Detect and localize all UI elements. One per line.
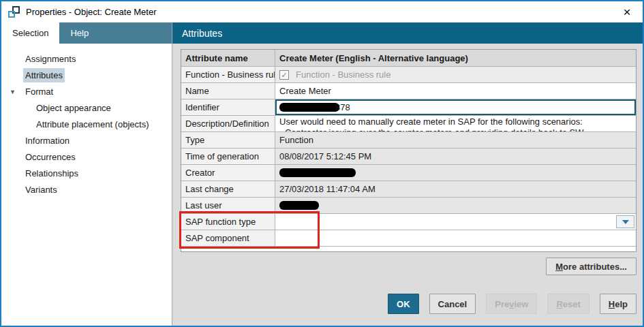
function-business-rule-checkbox[interactable]: ✓ — [279, 70, 289, 80]
attribute-name-sap-function-type: SAP function type — [181, 214, 275, 230]
attribute-name-sap-component: SAP component — [181, 230, 275, 246]
more-attributes-button[interactable]: More attributes... — [546, 258, 637, 275]
attribute-row-description-definition: Description/DefinitionUser would need to… — [181, 116, 636, 132]
properties-dialog: Properties - Object: Create Meter × Sele… — [0, 0, 644, 327]
attribute-value-description-definition[interactable]: User would need to manually create meter… — [275, 116, 636, 131]
attribute-name-type: Type — [181, 132, 275, 148]
dialog-button-bar: OK Cancel Preview Reset Help — [388, 294, 637, 314]
attributes-table: Attribute name Create Meter (English - A… — [181, 49, 637, 252]
attribute-name-identifier: Identifier — [181, 99, 275, 115]
window-title: Properties - Object: Create Meter — [26, 7, 156, 17]
sidebar-item-relationships[interactable]: Relationships — [1, 166, 172, 182]
attribute-value-sap-function-type[interactable] — [275, 214, 636, 230]
attribute-row-identifier: Identifier878 — [181, 99, 636, 116]
attribute-value-last-user — [275, 198, 636, 213]
sidebar-item-format[interactable]: ▼Format — [1, 84, 172, 100]
table-empty-strip — [181, 247, 636, 251]
sidebar-item-attribute-placement-objects[interactable]: Attribute placement (objects) — [1, 116, 172, 133]
sidebar-item-attributes[interactable]: Attributes — [1, 67, 172, 84]
attribute-row-type: TypeFunction — [181, 132, 636, 149]
attribute-value-time-of-generation: 08/08/2017 5:12:45 PM — [275, 149, 636, 164]
preview-button: Preview — [486, 294, 537, 314]
panel-title: Attributes — [182, 28, 222, 39]
attribute-name-description-definition: Description/Definition — [181, 116, 275, 131]
left-panel: SelectionHelp AssignmentsAttributes▼Form… — [1, 22, 172, 326]
attribute-row-last-user: Last user — [181, 198, 636, 214]
attribute-row-last-change: Last change27/03/2018 11:47:04 AM — [181, 181, 636, 198]
attribute-name-creator: Creator — [181, 165, 275, 181]
column-header-attribute-name: Attribute name — [181, 50, 275, 66]
column-header-value: Create Meter (English - Alternative lang… — [275, 50, 636, 66]
attribute-name-last-user: Last user — [181, 198, 275, 213]
redacted-value — [279, 201, 319, 210]
attribute-row-name: NameCreate Meter — [181, 83, 636, 99]
attribute-value-type: Function — [275, 132, 636, 148]
tree-expander-icon[interactable]: ▼ — [10, 84, 16, 100]
attribute-value-creator — [275, 165, 636, 181]
help-button[interactable]: Help — [600, 294, 637, 314]
table-header-row: Attribute name Create Meter (English - A… — [181, 50, 636, 67]
redacted-value — [279, 168, 356, 177]
right-panel: Attributes Attribute name Create Meter (… — [172, 22, 643, 326]
attribute-value-name[interactable]: Create Meter — [275, 83, 636, 99]
ok-button[interactable]: OK — [388, 294, 419, 314]
attribute-row-sap-function-type: SAP function type — [181, 214, 636, 230]
attribute-value-identifier[interactable]: 878 — [275, 99, 636, 115]
attribute-value-function-business-rule[interactable]: ✓Function - Business rule — [275, 67, 636, 82]
reset-button: Reset — [547, 294, 589, 314]
panel-header: Attributes — [172, 22, 643, 44]
sidebar-tree: AssignmentsAttributes▼FormatObject appea… — [1, 44, 172, 326]
attribute-value-last-change: 27/03/2018 11:47:04 AM — [275, 181, 636, 197]
attribute-row-function-business-rule: Function - Business rule✓Function - Busi… — [181, 67, 636, 83]
tab-help[interactable]: Help — [59, 22, 99, 44]
cancel-button[interactable]: Cancel — [429, 294, 476, 314]
attribute-name-last-change: Last change — [181, 181, 275, 197]
attribute-name-time-of-generation: Time of generation — [181, 149, 275, 164]
titlebar: Properties - Object: Create Meter × — [1, 1, 643, 22]
window-icon — [8, 6, 20, 18]
sap-function-type-dropdown-button[interactable] — [616, 215, 634, 228]
attribute-row-creator: Creator — [181, 165, 636, 181]
sidebar-item-occurrences[interactable]: Occurrences — [1, 149, 172, 166]
close-icon[interactable]: × — [618, 5, 636, 18]
tab-selection[interactable]: Selection — [1, 22, 59, 44]
sidebar-item-assignments[interactable]: Assignments — [1, 51, 172, 67]
attribute-name-function-business-rule: Function - Business rule — [181, 67, 275, 82]
attribute-name-name: Name — [181, 83, 275, 99]
attribute-value-sap-component[interactable] — [275, 230, 636, 246]
redacted-value — [279, 103, 339, 112]
attribute-row-sap-component: SAP component — [181, 230, 636, 247]
chevron-down-icon — [622, 220, 629, 224]
attributes-panel: Attribute name Create Meter (English - A… — [172, 44, 643, 326]
sidebar-item-information[interactable]: Information — [1, 133, 172, 149]
attribute-row-time-of-generation: Time of generation08/08/2017 5:12:45 PM — [181, 149, 636, 165]
sidebar-item-variants[interactable]: Variants — [1, 182, 172, 198]
tab-strip: SelectionHelp — [1, 22, 172, 44]
sidebar-item-object-appearance[interactable]: Object appearance — [1, 100, 172, 116]
